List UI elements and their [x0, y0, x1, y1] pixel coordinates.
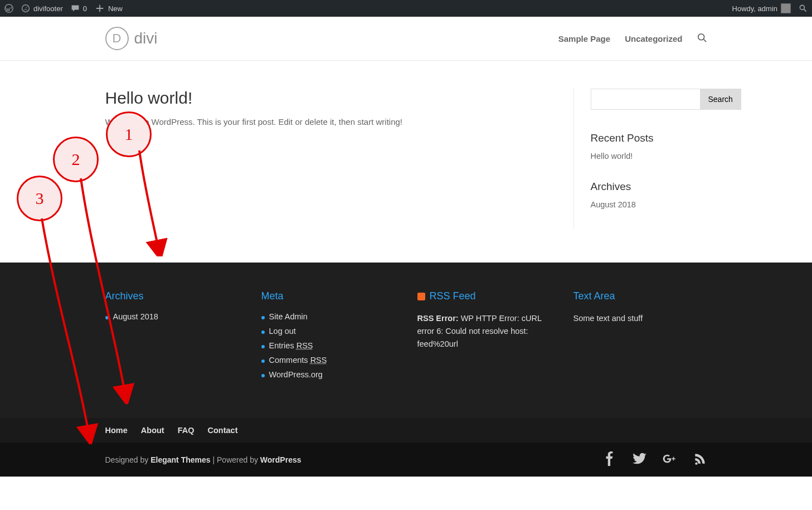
archive-link[interactable]: August 2018: [591, 200, 636, 209]
logo-mark-icon: D: [105, 27, 129, 50]
meta-site-admin[interactable]: Site Admin: [269, 312, 308, 321]
adminbar: divifooter 0 New Howdy, admin: [0, 0, 812, 17]
text-area-body: Some text and stuff: [573, 312, 707, 325]
twitter-icon: [633, 451, 647, 466]
annotation-2: 2: [53, 137, 99, 182]
widget-recent-posts: Recent Posts Hello world!: [591, 132, 707, 161]
main: Hello world! Welcome to WordPress. This …: [105, 89, 551, 229]
meta-wordpress-org[interactable]: WordPress.org: [269, 370, 323, 379]
search-icon: [799, 4, 808, 13]
plus-icon: [95, 3, 105, 13]
widget-archives: Archives August 2018: [591, 181, 707, 209]
footer-widget-title: Meta: [261, 290, 395, 302]
footer-widget-title: Text Area: [573, 290, 707, 302]
footer-col-archives: Archives August 2018: [105, 290, 239, 385]
logo[interactable]: D divi: [105, 27, 158, 50]
footer-widget-title: RSS Feed: [417, 290, 551, 302]
search-icon: [697, 33, 707, 43]
google-plus-icon: [663, 451, 677, 466]
footer-nav-contact[interactable]: Contact: [207, 426, 237, 435]
footer-col-text: Text Area Some text and stuff: [573, 290, 707, 385]
footer-widget-title: Archives: [105, 290, 239, 302]
sidebar: Search Recent Posts Hello world! Archive…: [573, 89, 707, 229]
adminbar-comments-count: 0: [83, 4, 87, 13]
footer-nav-faq[interactable]: FAQ: [178, 426, 195, 435]
social-twitter[interactable]: [633, 451, 647, 468]
svg-point-2: [800, 5, 804, 9]
social-facebook[interactable]: [602, 451, 617, 468]
footer-nav-about[interactable]: About: [141, 426, 164, 435]
site-header: D divi Sample Page Uncategorized: [0, 17, 812, 61]
rss-icon: [693, 451, 707, 466]
footer-nav: Home About FAQ Contact: [0, 418, 812, 443]
adminbar-new[interactable]: New: [95, 3, 123, 13]
avatar: [781, 3, 791, 13]
recent-post-link[interactable]: Hello world!: [591, 152, 633, 161]
wordpress-icon: [4, 4, 13, 13]
logo-text: divi: [134, 30, 158, 47]
widget-title: Recent Posts: [591, 132, 707, 144]
elegant-themes-link[interactable]: Elegant Themes: [150, 455, 210, 464]
sidebar-search: Search: [591, 89, 707, 110]
post-title[interactable]: Hello world!: [105, 89, 551, 108]
social-google-plus[interactable]: [663, 451, 677, 468]
meta-entries-rss[interactable]: Entries RSS: [269, 341, 313, 350]
adminbar-site-name: divifooter: [33, 4, 63, 13]
annotation-3: 3: [17, 176, 62, 221]
nav-sample-page[interactable]: Sample Page: [558, 34, 610, 43]
footer-credits: Designed by Elegant Themes | Powered by …: [0, 443, 812, 477]
social-icons: [602, 451, 707, 468]
footer-col-rss: RSS Feed RSS Error: WP HTTP Error: cURL …: [417, 290, 551, 385]
wp-logo[interactable]: [4, 4, 13, 13]
adminbar-site[interactable]: divifooter: [21, 4, 63, 13]
adminbar-comments[interactable]: 0: [71, 4, 87, 13]
wordpress-link[interactable]: WordPress: [260, 455, 302, 464]
adminbar-howdy-text: Howdy, admin: [732, 4, 777, 13]
footer-widgets: Archives August 2018 Meta Site Admin Log…: [0, 263, 812, 418]
comment-icon: [71, 4, 80, 13]
dashboard-icon: [21, 4, 30, 13]
adminbar-howdy[interactable]: Howdy, admin: [732, 3, 791, 13]
search-input[interactable]: [591, 89, 701, 110]
content: Hello world! Welcome to WordPress. This …: [105, 61, 707, 263]
rss-error: RSS Error: WP HTTP Error: cURL error 6: …: [417, 312, 551, 351]
footer-col-meta: Meta Site Admin Log out Entries RSS Comm…: [261, 290, 395, 385]
widget-title: Archives: [591, 181, 707, 193]
footer-archive-link[interactable]: August 2018: [113, 312, 158, 321]
credits-text: Designed by Elegant Themes | Powered by …: [105, 455, 302, 464]
nav-uncategorized[interactable]: Uncategorized: [625, 34, 682, 43]
rss-icon[interactable]: [417, 293, 425, 300]
adminbar-search[interactable]: [799, 4, 808, 13]
primary-nav: Sample Page Uncategorized: [558, 33, 707, 45]
svg-point-3: [698, 33, 704, 40]
nav-search[interactable]: [697, 33, 707, 45]
meta-comments-rss[interactable]: Comments RSS: [269, 356, 327, 365]
post-body: Welcome to WordPress. This is your first…: [105, 115, 551, 129]
adminbar-new-label: New: [108, 4, 123, 13]
footer-nav-home[interactable]: Home: [105, 426, 128, 435]
search-button[interactable]: Search: [701, 89, 741, 110]
social-rss[interactable]: [693, 451, 707, 468]
facebook-icon: [602, 451, 617, 466]
meta-log-out[interactable]: Log out: [269, 327, 296, 336]
